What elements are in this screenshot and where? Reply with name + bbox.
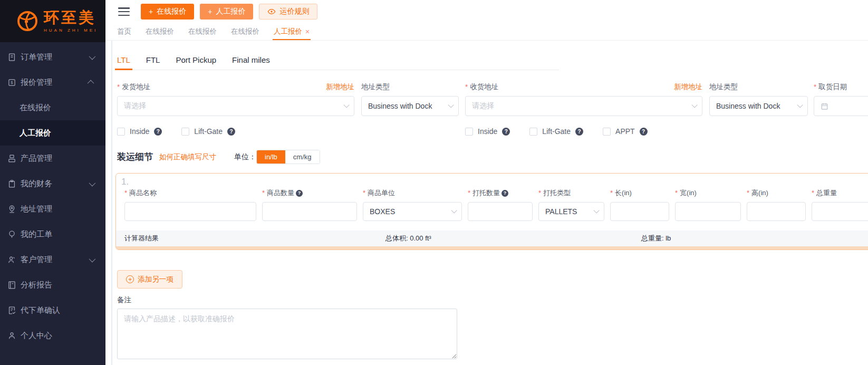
tab-label: FTL [146,55,160,64]
tab-label: 在线报价 [146,27,174,36]
eye-icon [267,7,276,16]
height-input[interactable] [747,202,806,221]
rate-rules-button[interactable]: 运价规则 [259,4,317,20]
tab-port-pickup[interactable]: Port Pickup [176,55,216,70]
help-icon[interactable]: ? [227,128,235,136]
checkbox-inside-pickup[interactable]: Inside ? [117,127,162,136]
delivery-address-select[interactable]: 请选择 [465,96,702,116]
button-label: 运价规则 [279,7,309,16]
chevron-down-icon [343,102,349,108]
checkbox-box[interactable] [181,128,189,136]
page-tabstrip: 首页 在线报价 在线报价 在线报价 人工报价 × [105,23,868,41]
pallet-quantity-input[interactable] [468,202,533,221]
help-icon[interactable]: ? [296,190,303,197]
tab-ltl[interactable]: LTL [117,55,130,70]
item-name-field: 商品名称 [124,188,256,221]
sidebar-item-addresses[interactable]: 地址管理 [0,196,105,222]
pickup-date-label: 取货日期 [814,82,847,92]
pallet-type-select[interactable]: PALLETS [538,202,604,221]
help-icon[interactable]: ? [575,128,583,136]
select-value: Business with Dock [716,102,780,110]
pickup-date-input[interactable] [814,96,868,116]
tab-manual-quote[interactable]: 人工报价 × [274,23,310,40]
select-value: Business with Dock [368,102,432,110]
online-quote-button[interactable]: + 在线报价 [141,4,194,20]
manual-quote-button[interactable]: + 人工报价 [200,4,253,20]
sidebar-item-online-quote[interactable]: 在线报价 [0,95,105,120]
length-input[interactable] [610,202,669,221]
height-field: 高(in) [747,188,806,221]
calendar-icon [821,102,828,110]
add-item-button[interactable]: 添加另一项 [117,270,182,289]
item-name-input[interactable] [124,202,256,221]
tab-home[interactable]: 首页 [117,23,131,40]
hamburger-menu-icon[interactable] [118,7,130,16]
item-quantity-field: 商品数量? [262,188,357,221]
field-label: 总重量 [812,188,837,198]
checkbox-liftgate-delivery[interactable]: Lift-Gate ? [529,127,583,136]
help-icon[interactable]: ? [501,190,508,197]
notes-textarea[interactable] [117,309,457,359]
unit-cmkg-button[interactable]: cm/kg [285,150,320,164]
checkbox-box[interactable] [465,128,473,136]
chevron-down-icon [89,179,96,186]
checkbox-label: Lift-Gate [194,127,223,136]
card-accent-strip [116,246,868,249]
sidebar-item-label: 代下单确认 [21,305,60,315]
checkbox-box[interactable] [117,128,125,136]
help-icon[interactable]: ? [640,128,648,136]
chevron-down-icon [448,102,454,108]
sidebar-item-reports[interactable]: 分析报告 [0,272,105,297]
width-input[interactable] [675,202,741,221]
tab-label: LTL [117,55,130,64]
item-quantity-input[interactable] [262,202,357,221]
checkbox-label: Inside [130,127,149,136]
checkbox-inside-delivery[interactable]: Inside ? [465,127,510,136]
button-label: 人工报价 [216,7,245,16]
add-delivery-address-link[interactable]: 新增地址 [674,82,702,92]
checkbox-appt-delivery[interactable]: APPT ? [603,127,648,136]
delivery-accessorials: Inside ? Lift-Gate ? APPT ? [465,127,648,136]
plus-icon: + [208,7,212,16]
tab-label: 在线报价 [231,27,259,36]
unit-inlb-button[interactable]: in/lb [257,150,285,164]
pickup-address-select[interactable]: 请选择 [117,96,354,116]
sidebar-item-label: 我的工单 [21,229,52,239]
shipment-details-header: 装运细节 如何正确填写尺寸 单位： in/lb cm/kg [117,150,868,164]
checkbox-liftgate-pickup[interactable]: Lift-Gate ? [181,127,235,136]
checkbox-box[interactable] [603,128,611,136]
delivery-address-type-select[interactable]: Business with Dock [709,96,808,116]
add-pickup-address-link[interactable]: 新增地址 [326,82,354,92]
item-unit-select[interactable]: BOXES [363,202,462,221]
sidebar-item-manual-quote[interactable]: 人工报价 [0,120,105,146]
dimension-help-link[interactable]: 如何正确填写尺寸 [159,152,216,162]
tab-ftl[interactable]: FTL [146,55,160,70]
pickup-date-field: 取货日期 [814,82,868,116]
item-unit-field: 商品单位 BOXES [363,188,462,221]
help-icon[interactable]: ? [502,128,510,136]
sidebar-item-orders[interactable]: 订单管理 [0,44,105,70]
sidebar-item-order-confirm[interactable]: 代下单确认 [0,297,105,323]
sidebar-item-finance[interactable]: 我的财务 [0,171,105,196]
help-icon[interactable]: ? [154,128,162,136]
field-label: 长(in) [610,188,632,198]
report-icon [7,281,16,290]
sidebar-item-tickets[interactable]: 我的工单 [0,222,105,247]
tab-online-quote-2[interactable]: 在线报价 [188,23,217,40]
sidebar-item-products[interactable]: 产品管理 [0,146,105,171]
delivery-address-type-label: 地址类型 [709,82,738,92]
total-weight-input[interactable] [812,202,868,221]
tab-online-quote-3[interactable]: 在线报价 [231,23,259,40]
pickup-accessorials: Inside ? Lift-Gate ? [117,127,465,136]
sidebar-item-label: 订单管理 [21,52,52,62]
calculator-result-label: 计算器结果 [124,234,159,243]
tab-final-miles[interactable]: Final miles [232,55,270,70]
sidebar-item-label: 个人中心 [21,331,52,341]
close-icon[interactable]: × [305,27,310,36]
sidebar-item-customers[interactable]: 客户管理 [0,247,105,272]
pickup-address-type-select[interactable]: Business with Dock [361,96,459,116]
tab-online-quote-1[interactable]: 在线报价 [146,23,174,40]
checkbox-box[interactable] [529,128,537,136]
sidebar-item-quotes[interactable]: $ 报价管理 [0,70,105,95]
sidebar-item-profile[interactable]: 个人中心 [0,323,105,348]
